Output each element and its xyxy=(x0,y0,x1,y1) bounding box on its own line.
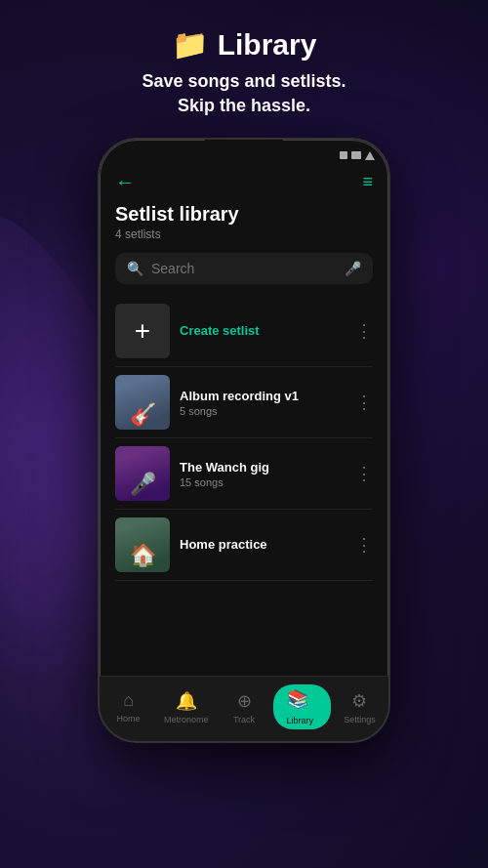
back-button[interactable]: ← xyxy=(115,171,135,193)
thumb-inner xyxy=(115,446,170,501)
nav-pill: 📚 Library xyxy=(273,684,331,729)
app-title: Library xyxy=(218,28,317,62)
list-item[interactable]: The Wanch gig 15 songs ⋮ xyxy=(115,438,373,510)
gig-thumb xyxy=(115,446,170,501)
nav-label: Metronome xyxy=(164,715,209,724)
status-icon-1 xyxy=(340,151,347,159)
item-sub: 15 songs xyxy=(180,476,346,488)
search-bar[interactable]: 🔍 🎤 xyxy=(115,253,373,284)
nav-label: Track xyxy=(233,715,255,724)
thumb-inner xyxy=(115,375,170,430)
more-button[interactable]: ⋮ xyxy=(355,320,373,342)
plus-icon: + xyxy=(135,315,150,347)
item-info: Home practice xyxy=(180,537,346,554)
phone-frame: ← ≡ Setlist library 4 setlists 🔍 🎤 + Cre… xyxy=(98,138,390,743)
item-info: The Wanch gig 15 songs xyxy=(180,460,346,488)
nav-item-library[interactable]: 📚 Library xyxy=(273,684,331,729)
item-name: Home practice xyxy=(180,537,346,552)
more-button[interactable]: ⋮ xyxy=(355,392,373,413)
item-name: Album recording v1 xyxy=(180,389,346,403)
status-icons xyxy=(340,151,375,160)
item-info: Create setlist xyxy=(180,323,346,340)
header-subtitle: Save songs and setlists. Skip the hassle… xyxy=(0,69,488,118)
more-button[interactable]: ⋮ xyxy=(355,534,373,556)
create-thumb: + xyxy=(115,304,170,358)
nav-label: Home xyxy=(117,714,141,723)
top-nav: ← ≡ xyxy=(115,171,373,193)
library-title: Setlist library xyxy=(115,203,373,226)
home-icon: ⌂ xyxy=(123,690,134,711)
list-item[interactable]: Album recording v1 5 songs ⋮ xyxy=(115,367,373,438)
mic-icon[interactable]: 🎤 xyxy=(345,261,361,276)
nav-item-settings[interactable]: ⚙ Settings xyxy=(331,690,388,724)
thumb-inner xyxy=(115,517,170,572)
library-count: 4 setlists xyxy=(115,227,373,241)
settings-icon: ⚙ xyxy=(351,690,367,712)
nav-item-metronome[interactable]: 🔔 Metronome xyxy=(157,690,215,724)
notch xyxy=(205,140,283,159)
list-item[interactable]: Home practice ⋮ xyxy=(115,510,373,581)
nav-label: Settings xyxy=(344,715,376,724)
library-icon: 📚 xyxy=(287,689,308,709)
track-icon: ⊕ xyxy=(237,690,252,712)
nav-label: Library xyxy=(287,716,314,725)
metronome-icon: 🔔 xyxy=(176,690,197,712)
nav-item-home[interactable]: ⌂ Home xyxy=(100,690,157,723)
more-button[interactable]: ⋮ xyxy=(355,463,373,484)
album-thumb xyxy=(115,375,170,430)
signal-icon xyxy=(365,151,375,160)
bottom-nav: ⌂ Home 🔔 Metronome ⊕ Track 📚 Library ⚙ S… xyxy=(100,676,388,741)
nav-item-track[interactable]: ⊕ Track xyxy=(215,690,272,724)
search-input[interactable] xyxy=(151,261,337,276)
item-info: Album recording v1 5 songs xyxy=(180,389,346,417)
status-icon-2 xyxy=(351,151,361,159)
header-area: 📁 Library Save songs and setlists. Skip … xyxy=(0,0,488,118)
filter-button[interactable]: ≡ xyxy=(362,172,373,192)
app-content: ← ≡ Setlist library 4 setlists 🔍 🎤 + Cre… xyxy=(100,163,388,581)
folder-icon: 📁 xyxy=(172,27,208,62)
item-name: The Wanch gig xyxy=(180,460,346,475)
item-sub: 5 songs xyxy=(180,405,346,417)
header-title: 📁 Library xyxy=(0,27,488,62)
search-icon: 🔍 xyxy=(127,261,143,276)
item-name: Create setlist xyxy=(180,323,346,338)
list-item[interactable]: + Create setlist ⋮ xyxy=(115,296,373,367)
home-thumb xyxy=(115,517,170,572)
